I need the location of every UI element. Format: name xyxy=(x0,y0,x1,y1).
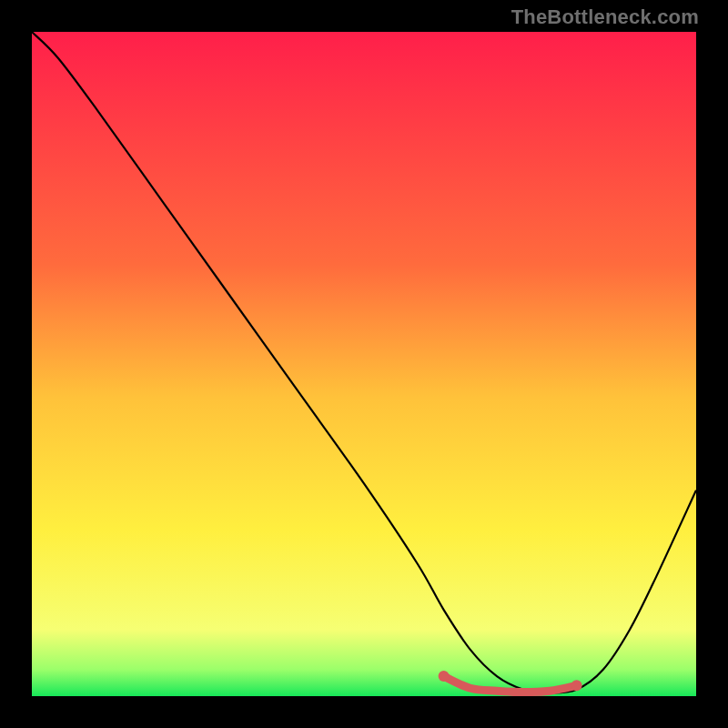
svg-point-0 xyxy=(439,671,450,682)
chart-background-gradient xyxy=(32,32,696,696)
chart-frame xyxy=(32,32,696,696)
watermark-text: TheBottleneck.com xyxy=(511,5,699,29)
chart-svg xyxy=(32,32,696,696)
svg-point-1 xyxy=(571,680,582,691)
